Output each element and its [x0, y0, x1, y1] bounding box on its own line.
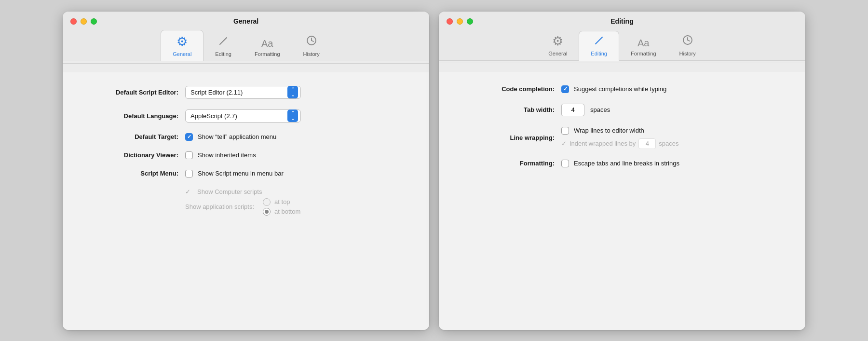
script-menu-sub-options: ✓ Show Computer scripts Show application…: [185, 188, 410, 216]
show-application-scripts-row: Show application scripts: at top at bott…: [185, 198, 410, 216]
tab-formatting[interactable]: Aa Formatting: [243, 34, 292, 61]
script-menu-row: Script Menu: Show Script menu in menu ba…: [82, 170, 410, 177]
default-language-row: Default Language: AppleScript (2.7) ⌃ ⌄: [82, 109, 410, 123]
close-button-2[interactable]: [447, 18, 453, 25]
at-top-radio[interactable]: [263, 198, 271, 206]
tab-general-label: General: [173, 51, 191, 57]
formatting-row: Formatting: Escape tabs and line breaks …: [458, 160, 786, 167]
formatting-label: Formatting:: [458, 160, 555, 167]
dictionary-viewer-checkbox-row: Show inherited items: [185, 151, 256, 159]
titlebar-editing: Editing ⚙ General Editing Aa Formatting: [439, 12, 805, 61]
tab-divider: [63, 63, 429, 64]
wrap-lines-checkbox[interactable]: [561, 127, 569, 135]
default-script-editor-select[interactable]: Script Editor (2.11): [185, 86, 301, 99]
general-content: Default Script Editor: Script Editor (2.…: [63, 72, 429, 330]
window-general: General ⚙ General Editing Aa Formatting: [63, 12, 429, 330]
script-menu-checkbox[interactable]: [185, 170, 193, 177]
default-script-editor-label: Default Script Editor:: [82, 89, 178, 96]
tab-width-input[interactable]: 4: [561, 104, 584, 116]
tab-width-controls: 4 spaces: [561, 104, 610, 116]
tab-history[interactable]: History: [292, 31, 331, 61]
maximize-button-2[interactable]: [467, 18, 473, 25]
formatting-checkbox-row: Escape tabs and line breaks in strings: [561, 160, 679, 167]
show-computer-scripts-row: ✓ Show Computer scripts: [185, 188, 410, 195]
indent-wrapped-row: ✓ Indent wrapped lines by spaces: [561, 138, 679, 149]
dictionary-viewer-row: Dictionary Viewer: Show inherited items: [82, 151, 410, 159]
tab-width-label: Tab width:: [458, 106, 555, 113]
show-application-scripts-text: Show application scripts:: [185, 203, 254, 210]
tab-divider-2: [439, 63, 805, 63]
clock-icon: [306, 35, 317, 49]
gear-icon: ⚙: [176, 34, 188, 49]
tab-bar-general: ⚙ General Editing Aa Formatting: [161, 30, 331, 61]
tab2-formatting[interactable]: Aa Formatting: [619, 34, 668, 60]
formatting-text: Escape tabs and line breaks in strings: [574, 160, 679, 167]
default-script-editor-row: Default Script Editor: Script Editor (2.…: [82, 86, 410, 99]
tab-formatting-label: Formatting: [255, 51, 280, 57]
close-button[interactable]: [70, 18, 77, 25]
at-top-radio-option: at top: [263, 198, 300, 206]
tab-bar-editing: ⚙ General Editing Aa Formatting: [537, 30, 707, 60]
line-wrapping-options: Wrap lines to editor width ✓ Indent wrap…: [561, 127, 679, 149]
aa-icon: Aa: [261, 38, 273, 49]
gear-icon-2: ⚙: [552, 34, 563, 49]
code-completion-row: Code completion: Suggest completions whi…: [458, 85, 786, 93]
aa-icon-2: Aa: [637, 38, 649, 49]
titlebar-general: General ⚙ General Editing Aa Formatting: [63, 12, 429, 61]
at-top-label: at top: [274, 198, 290, 205]
tab2-formatting-label: Formatting: [631, 51, 656, 56]
tab-editing[interactable]: Editing: [203, 32, 243, 61]
formatting-checkbox[interactable]: [561, 160, 569, 167]
default-target-label: Default Target:: [82, 133, 178, 140]
default-target-checkbox-row: Show “tell” application menu: [185, 133, 276, 141]
pencil-icon: [218, 36, 229, 49]
pencil-icon-2: [594, 35, 604, 49]
at-bottom-radio[interactable]: [263, 208, 271, 216]
show-computer-scripts-text: Show Computer scripts: [197, 188, 262, 195]
indent-wrapped-input[interactable]: [638, 138, 656, 149]
wrap-lines-text: Wrap lines to editor width: [574, 127, 644, 134]
window-editing: Editing ⚙ General Editing Aa Formatting: [439, 12, 805, 330]
default-language-select-wrapper: AppleScript (2.7) ⌃ ⌄: [185, 109, 301, 123]
default-target-row: Default Target: Show “tell” application …: [82, 133, 410, 141]
tab-spaces-label: spaces: [590, 106, 610, 113]
at-bottom-radio-option: at bottom: [263, 208, 300, 216]
code-completion-checkbox[interactable]: [561, 85, 569, 93]
wrap-lines-row: Wrap lines to editor width: [561, 127, 679, 135]
minimize-button-2[interactable]: [457, 18, 463, 25]
indent-wrapped-text: Indent wrapped lines by: [570, 140, 636, 147]
svg-line-0: [220, 38, 227, 44]
svg-line-7: [688, 40, 690, 41]
tab2-general-label: General: [548, 51, 567, 56]
tab-general[interactable]: ⚙ General: [161, 30, 203, 61]
dictionary-viewer-checkbox[interactable]: [185, 151, 193, 159]
line-wrapping-row: Line wrapping: Wrap lines to editor widt…: [458, 127, 786, 149]
window-title-editing: Editing: [610, 17, 633, 25]
tab-history-label: History: [303, 51, 320, 57]
at-bottom-label: at bottom: [274, 208, 300, 215]
indent-checkmark: ✓: [561, 140, 567, 147]
default-script-editor-select-wrapper: Script Editor (2.11) ⌃ ⌄: [185, 86, 301, 99]
tab2-editing[interactable]: Editing: [579, 31, 619, 61]
tab2-editing-label: Editing: [591, 51, 607, 56]
tab2-history[interactable]: History: [668, 30, 707, 60]
script-menu-text: Show Script menu in menu bar: [198, 170, 284, 177]
dictionary-viewer-label: Dictionary Viewer:: [82, 151, 178, 159]
show-computer-checkmark: ✓: [185, 188, 190, 195]
indent-wrapped-spaces: spaces: [659, 140, 678, 147]
minimize-button[interactable]: [81, 18, 87, 25]
tab-editing-label: Editing: [215, 51, 231, 57]
tab2-history-label: History: [679, 51, 696, 56]
script-menu-checkbox-row: Show Script menu in menu bar: [185, 170, 284, 177]
tab2-general[interactable]: ⚙ General: [537, 30, 579, 60]
script-menu-label: Script Menu:: [82, 170, 178, 177]
code-completion-label: Code completion:: [458, 85, 555, 93]
maximize-button[interactable]: [91, 18, 97, 25]
code-completion-text: Suggest completions while typing: [574, 85, 666, 93]
default-language-label: Default Language:: [82, 112, 178, 120]
default-language-select[interactable]: AppleScript (2.7): [185, 109, 301, 123]
default-target-checkbox[interactable]: [185, 133, 193, 141]
clock-icon-2: [682, 34, 693, 49]
svg-line-4: [596, 37, 602, 44]
code-completion-checkbox-row: Suggest completions while typing: [561, 85, 666, 93]
